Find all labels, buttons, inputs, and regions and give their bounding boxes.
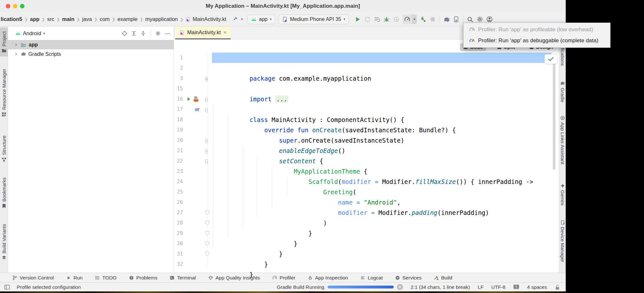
fold-collapse-icon[interactable]: − — [205, 158, 208, 164]
locate-file-icon[interactable] — [122, 31, 127, 36]
tool-window-button[interactable]: App Inspection — [308, 275, 348, 281]
code-line[interactable]: 18 <> − + super.onCreate(savedInstanceSt… — [174, 115, 552, 125]
chevron-right-icon[interactable] — [14, 52, 18, 56]
fold-end-icon[interactable] — [205, 231, 209, 236]
breadcrumb-item[interactable]: lication5 ❯ — [1, 16, 30, 22]
minimize-button[interactable] — [13, 4, 17, 8]
fold-end-icon[interactable] — [205, 220, 209, 225]
sidebar-item-gemini[interactable]: Gemini — [559, 183, 566, 206]
attach-profiler-button[interactable] — [418, 15, 428, 24]
tool-window-button[interactable]: Logcat — [360, 275, 383, 281]
run-config-selector[interactable]: app ▾ — [247, 15, 275, 24]
tool-window-icon — [272, 275, 277, 280]
fold-end-icon[interactable] — [205, 251, 209, 256]
code-line[interactable]: 30 <> − + } — [174, 238, 552, 249]
sidebar-item-app-links-assistant[interactable]: App Links Assistant — [559, 116, 566, 164]
notification-icon[interactable] — [513, 284, 519, 290]
run-button[interactable] — [353, 15, 362, 24]
fold-collapse-icon[interactable]: − — [205, 107, 208, 113]
sidebar-item-project[interactable]: Project — [0, 27, 8, 56]
breadcrumb-item[interactable]: main ❯ — [62, 16, 82, 22]
code-line[interactable]: 32 <> − + — [174, 259, 552, 269]
fold-collapse-icon[interactable]: − — [205, 148, 208, 154]
apply-code-changes-button[interactable] — [391, 15, 401, 24]
inspections-widget[interactable] — [544, 54, 557, 64]
fold-expand-icon[interactable]: + — [205, 76, 208, 82]
tool-window-button[interactable]: Terminal — [169, 275, 196, 281]
chevron-down-icon[interactable]: ▾ — [43, 31, 45, 35]
tree-row[interactable]: Gradle Scripts — [8, 49, 174, 59]
chevron-right-icon[interactable] — [14, 43, 18, 47]
breadcrumb-item[interactable]: src ❯ — [47, 16, 62, 22]
sidebar-item-device-manager[interactable]: Device Manager — [559, 220, 566, 262]
close-button[interactable] — [6, 4, 10, 8]
cancel-build-icon[interactable]: ✕ — [397, 284, 403, 290]
code-line[interactable]: 16 <> − + class MainActivity : Component… — [174, 94, 552, 104]
project-view-selector[interactable]: Android — [23, 30, 41, 36]
tree-row[interactable]: app — [8, 40, 174, 49]
breadcrumb-item[interactable]: java ❯ — [82, 16, 100, 22]
tool-window-button[interactable]: Problems — [129, 275, 157, 281]
run-gutter-icon[interactable] — [186, 96, 191, 102]
breadcrumb-item[interactable]: MainActivity.kt ❯ — [186, 16, 226, 22]
profiler-dropdown-arrow[interactable]: ▾ — [412, 15, 417, 24]
tool-window-button[interactable]: TODO — [95, 275, 117, 281]
fold-end-icon[interactable] — [205, 241, 209, 246]
code-line[interactable]: 21 <> − + MyApplicationTheme { — [174, 146, 552, 156]
sidebar-item-structure[interactable]: Structure — [0, 136, 8, 162]
code-line[interactable]: 28 <> − + } — [174, 218, 552, 228]
gradle-sync-button[interactable] — [442, 15, 451, 24]
window-layout-icon[interactable] — [4, 284, 10, 290]
build-dropdown-arrow[interactable]: ▾ — [241, 17, 243, 21]
build-hammer-button[interactable] — [231, 15, 241, 24]
composable-class-icon[interactable]: <> — [192, 96, 199, 103]
overriding-method-icon[interactable] — [194, 106, 200, 112]
device-manager-button[interactable] — [451, 15, 461, 24]
fold-end-icon[interactable] — [205, 210, 209, 215]
breadcrumb-item[interactable]: app ❯ — [30, 16, 47, 22]
encoding-indicator[interactable]: UTF-8 — [491, 284, 505, 290]
apply-changes-button[interactable] — [372, 15, 382, 24]
tab-mainactivity[interactable]: MainActivity.kt × — [175, 26, 231, 39]
tool-window-button[interactable]: Services — [395, 275, 421, 281]
tool-window-button[interactable]: Profiler — [272, 275, 295, 281]
sidebar-item-bookmarks[interactable]: Bookmarks — [0, 177, 8, 208]
code-line[interactable]: 1 <> − + package com.example.myapplicati… — [174, 53, 552, 63]
tool-window-button[interactable]: Build — [434, 275, 452, 281]
profiler-button[interactable] — [402, 15, 412, 24]
code-editor[interactable]: 1 <> − + package com.example.myapplicati… — [174, 53, 552, 269]
code-line[interactable]: 17 <> − + override fun onCreate(savedIns… — [174, 104, 552, 115]
indent-indicator[interactable]: 4 spaces — [527, 284, 547, 290]
zoom-button[interactable] — [20, 4, 24, 8]
caret-position[interactable]: 2:1 (34 chars, 1 line break) — [411, 284, 470, 290]
tool-window-button[interactable]: Run — [66, 275, 82, 281]
line-ending-indicator[interactable]: LF — [478, 284, 484, 290]
fold-collapse-icon[interactable]: − — [205, 96, 208, 102]
collapse-all-icon[interactable] — [140, 31, 146, 36]
rerun-button[interactable] — [362, 15, 372, 24]
profiler-menu-item[interactable]: Profiler: Run 'app' as debuggable (compl… — [464, 35, 610, 46]
code-line[interactable]: 31 <> − + } — [174, 249, 552, 259]
tool-window-button[interactable]: Version Control — [12, 275, 54, 281]
profiler-menu-item[interactable]: Profiler: Run 'app' as profileable (low … — [464, 24, 610, 35]
fold-collapse-icon[interactable]: − — [205, 138, 208, 144]
code-line[interactable]: 25 <> − + modifier = Modifier.padding(in… — [174, 187, 552, 197]
debug-button[interactable] — [382, 15, 391, 24]
stop-button[interactable] — [428, 15, 437, 24]
panel-settings-icon[interactable] — [155, 31, 161, 36]
expand-all-icon[interactable] — [131, 31, 137, 36]
hide-panel-icon[interactable]: — — [165, 32, 170, 35]
code-line[interactable]: 22 <> − + Scaffold(modifier = Modifier.f… — [174, 156, 552, 166]
device-selector[interactable]: Medium Phone API 35 ▾ — [278, 15, 349, 24]
breadcrumb-item[interactable]: myapplication ❯ — [145, 16, 186, 22]
close-icon[interactable]: × — [223, 30, 226, 35]
editor-scrollbar[interactable] — [553, 63, 555, 170]
breadcrumb-item[interactable]: com ❯ — [100, 16, 117, 22]
lock-icon[interactable] — [555, 284, 560, 290]
code-line[interactable]: 15 <> − + — [174, 84, 552, 94]
sidebar-item-gradle[interactable]: Gradle — [559, 81, 566, 102]
breadcrumb-item[interactable]: example ❯ — [118, 16, 145, 22]
sidebar-item-build-variants[interactable]: Build Variants — [0, 224, 8, 260]
sidebar-item-resource-manager[interactable]: Resource Manager — [0, 69, 8, 117]
code-line[interactable]: 29 <> − + } — [174, 228, 552, 238]
